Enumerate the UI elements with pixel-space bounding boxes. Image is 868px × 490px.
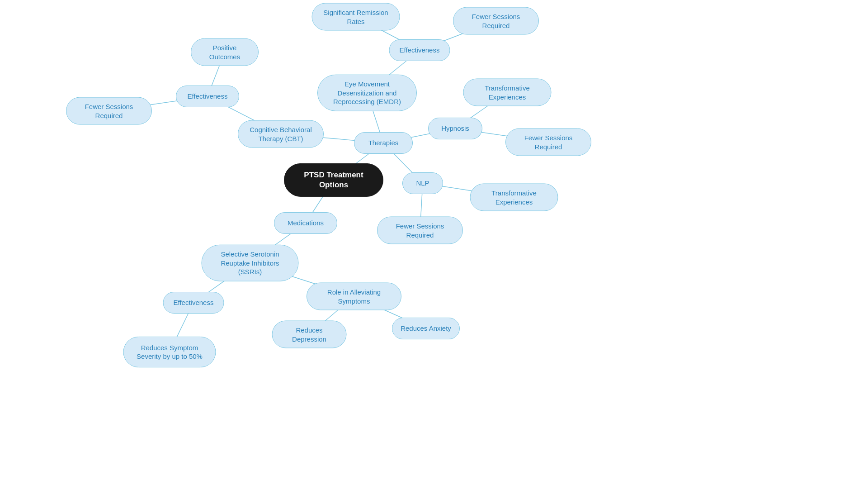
node-emdr_remission[interactable]: Significant Remission Rates [312,3,400,31]
node-nlp_fewer[interactable]: Fewer Sessions Required [377,217,463,244]
node-ssri_eff_reduce[interactable]: Reduces Symptom Severity by up to 50% [123,337,216,367]
node-medications[interactable]: Medications [274,212,337,234]
connections-svg [0,0,868,490]
node-emdr_fewer[interactable]: Fewer Sessions Required [453,7,539,35]
node-ssri_effectiveness[interactable]: Effectiveness [163,292,224,314]
node-nlp[interactable]: NLP [402,172,443,194]
node-ssri_role_anxiety[interactable]: Reduces Anxiety [392,318,460,339]
node-emdr_effectiveness[interactable]: Effectiveness [389,39,450,61]
node-nlp_transform[interactable]: Transformative Experiences [470,184,558,211]
node-root[interactable]: PTSD Treatment Options [284,163,383,197]
node-hypnosis_transform[interactable]: Transformative Experiences [463,79,552,106]
node-cbt[interactable]: Cognitive Behavioral Therapy (CBT) [238,120,324,148]
node-ssri_role[interactable]: Role in Alleviating Symptoms [307,283,401,310]
node-cbt_eff_positive[interactable]: Positive Outcomes [191,38,259,66]
mind-map: PTSD Treatment OptionsTherapiesMedicatio… [0,0,868,490]
node-hypnosis[interactable]: Hypnosis [428,118,482,139]
node-ssri_role_depression[interactable]: Reduces Depression [272,321,347,348]
node-hypnosis_fewer[interactable]: Fewer Sessions Required [505,128,591,156]
node-cbt_effectiveness[interactable]: Effectiveness [176,86,239,107]
node-ssri[interactable]: Selective Serotonin Reuptake Inhibitors … [202,245,299,281]
node-cbt_eff_fewer[interactable]: Fewer Sessions Required [66,97,152,125]
node-therapies[interactable]: Therapies [354,132,413,154]
node-emdr[interactable]: Eye Movement Desensitization and Reproce… [317,75,417,111]
